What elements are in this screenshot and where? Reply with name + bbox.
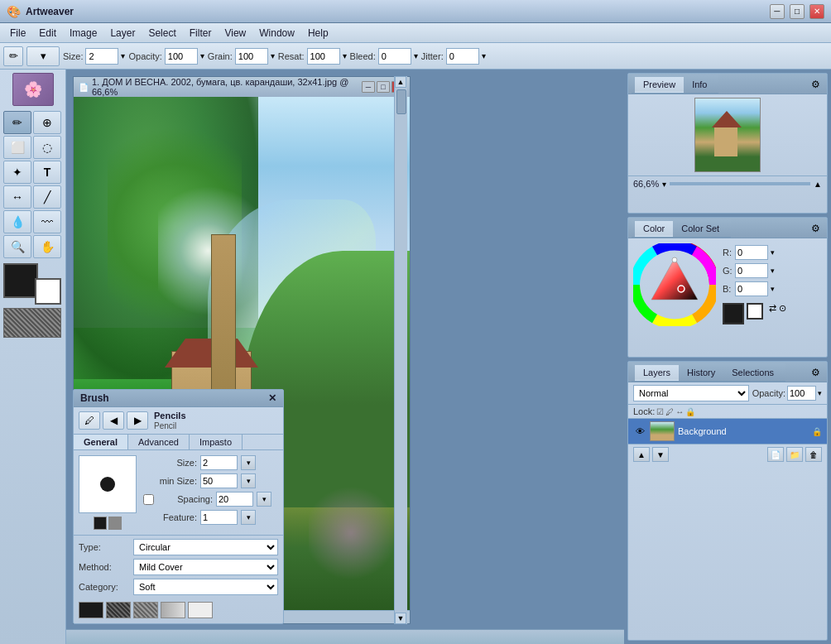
brush-tool-btn[interactable]: ✏ bbox=[3, 111, 31, 134]
rect-select-tool-btn[interactable]: ⬜ bbox=[3, 136, 31, 159]
brush-spacing-input[interactable] bbox=[216, 492, 253, 507]
color-wheel[interactable] bbox=[633, 243, 716, 326]
size-dropdown[interactable]: ▾ bbox=[121, 51, 125, 60]
menu-image[interactable]: Image bbox=[63, 26, 103, 41]
menu-view[interactable]: View bbox=[218, 26, 252, 41]
lock-paint-icon[interactable]: 🖊 bbox=[665, 407, 674, 416]
magic-wand-tool-btn[interactable]: ✦ bbox=[3, 161, 31, 184]
jitter-dropdown[interactable]: ▾ bbox=[482, 51, 486, 60]
tab-selections[interactable]: Selections bbox=[723, 365, 782, 381]
r-input[interactable] bbox=[735, 245, 768, 260]
dropper-tool-btn[interactable]: ⊕ bbox=[33, 111, 61, 134]
swatch-2[interactable] bbox=[106, 602, 131, 618]
zoom-up-btn[interactable]: ▲ bbox=[814, 180, 822, 189]
move-layer-down-btn[interactable]: ▼ bbox=[652, 447, 669, 462]
lock-move-icon[interactable]: ↔ bbox=[675, 407, 684, 416]
brush-icon-btn[interactable]: 🖊 bbox=[79, 411, 100, 430]
method-select[interactable]: Mild Cover Cover Buildup bbox=[133, 559, 278, 575]
minimize-button[interactable]: ─ bbox=[770, 4, 785, 19]
hand-tool-btn[interactable]: ✋ bbox=[33, 235, 61, 258]
category-select[interactable]: Soft Hard Texture bbox=[133, 579, 278, 595]
menu-help[interactable]: Help bbox=[301, 26, 335, 41]
opacity-input[interactable] bbox=[165, 48, 198, 65]
r-dropdown[interactable]: ▾ bbox=[771, 248, 775, 257]
menu-layer[interactable]: Layer bbox=[103, 26, 142, 41]
reset-colors-icon[interactable]: ⊙ bbox=[779, 303, 786, 324]
brush-swatch-dark[interactable] bbox=[94, 517, 107, 530]
move-layer-up-btn[interactable]: ▲ bbox=[633, 447, 650, 462]
swap-colors-icon[interactable]: ⇄ bbox=[769, 303, 776, 324]
background-color[interactable] bbox=[35, 278, 61, 305]
tab-general[interactable]: General bbox=[74, 435, 128, 449]
brush-feature-dropdown[interactable]: ▾ bbox=[241, 510, 256, 525]
layers-opacity-input[interactable] bbox=[787, 386, 816, 401]
zoom-tool-btn[interactable]: 🔍 bbox=[3, 235, 31, 258]
scrollbar-thumb-v[interactable] bbox=[396, 89, 406, 114]
brush-preset-dropdown[interactable]: ▾ bbox=[26, 46, 60, 66]
opacity-dropdown[interactable]: ▾ bbox=[200, 51, 204, 60]
lock-transparency-icon[interactable]: ☑ bbox=[656, 407, 664, 416]
menu-select[interactable]: Select bbox=[142, 26, 182, 41]
new-group-btn[interactable]: 📁 bbox=[786, 447, 803, 462]
grain-dropdown[interactable]: ▾ bbox=[271, 51, 275, 60]
lock-all-icon[interactable]: 🔒 bbox=[685, 407, 695, 416]
size-input[interactable] bbox=[85, 48, 118, 65]
move-tool-btn[interactable]: ↔ bbox=[3, 185, 31, 209]
doc-minimize-btn[interactable]: ─ bbox=[362, 81, 375, 93]
brush-feature-input[interactable] bbox=[200, 510, 238, 525]
brush-size-dropdown[interactable]: ▾ bbox=[241, 455, 256, 470]
bleed-input[interactable] bbox=[378, 48, 411, 65]
zoom-slider[interactable] bbox=[670, 182, 810, 185]
brush-panel-close-btn[interactable]: ✕ bbox=[268, 392, 276, 404]
doc-maximize-btn[interactable]: □ bbox=[377, 81, 390, 93]
brush-next-btn[interactable]: ▶ bbox=[127, 411, 148, 430]
resat-input[interactable] bbox=[307, 48, 340, 65]
tab-history[interactable]: History bbox=[679, 365, 723, 381]
foreground-color[interactable] bbox=[3, 263, 38, 298]
vertical-scrollbar[interactable]: ▲ ▼ bbox=[394, 76, 407, 624]
g-input[interactable] bbox=[735, 263, 768, 278]
brush-size-input[interactable] bbox=[200, 455, 238, 470]
line-tool-btn[interactable]: ╱ bbox=[33, 185, 61, 209]
tab-layers[interactable]: Layers bbox=[635, 365, 679, 381]
bg-color-box[interactable] bbox=[747, 303, 763, 320]
g-dropdown[interactable]: ▾ bbox=[771, 267, 775, 275]
resat-dropdown[interactable]: ▾ bbox=[343, 51, 347, 60]
color-settings-icon[interactable]: ⚙ bbox=[808, 223, 824, 234]
brush-spacing-dropdown[interactable]: ▾ bbox=[257, 492, 271, 507]
brush-tool-icon[interactable]: ✏ bbox=[3, 46, 23, 66]
jitter-input[interactable] bbox=[446, 48, 479, 65]
menu-file[interactable]: File bbox=[3, 26, 32, 41]
tab-color[interactable]: Color bbox=[635, 221, 673, 237]
smudge-tool-btn[interactable]: 〰 bbox=[33, 210, 61, 233]
tab-impasto[interactable]: Impasto bbox=[190, 435, 243, 449]
delete-layer-btn[interactable]: 🗑 bbox=[805, 447, 822, 462]
brush-swatch-mid[interactable] bbox=[108, 517, 122, 530]
menu-filter[interactable]: Filter bbox=[183, 26, 219, 41]
swatch-3[interactable] bbox=[133, 602, 158, 618]
swatch-4[interactable] bbox=[161, 602, 185, 618]
scroll-down-btn[interactable]: ▼ bbox=[395, 613, 406, 624]
menu-edit[interactable]: Edit bbox=[32, 26, 63, 41]
menu-window[interactable]: Window bbox=[252, 26, 301, 41]
spacing-checkbox[interactable] bbox=[143, 494, 154, 505]
swatch-5[interactable] bbox=[188, 602, 213, 618]
texture-selector[interactable] bbox=[3, 308, 61, 338]
brush-min-size-dropdown[interactable]: ▾ bbox=[241, 473, 256, 488]
close-button[interactable]: ✕ bbox=[809, 4, 824, 19]
blend-mode-select[interactable]: Normal Multiply Screen Overlay bbox=[633, 385, 749, 401]
color-selector[interactable] bbox=[3, 263, 61, 305]
preview-settings-icon[interactable]: ⚙ bbox=[808, 79, 824, 90]
fg-color-box[interactable] bbox=[723, 303, 744, 324]
scroll-up-btn[interactable]: ▲ bbox=[395, 76, 406, 88]
opacity-dropdown[interactable]: ▾ bbox=[818, 389, 822, 397]
grain-input[interactable] bbox=[235, 48, 268, 65]
lasso-tool-btn[interactable]: ◌ bbox=[33, 136, 61, 159]
bleed-dropdown[interactable]: ▾ bbox=[414, 51, 418, 60]
tab-preview[interactable]: Preview bbox=[635, 77, 684, 93]
tab-color-set[interactable]: Color Set bbox=[673, 221, 728, 237]
layers-settings-icon[interactable]: ⚙ bbox=[808, 367, 824, 378]
text-tool-btn[interactable]: T bbox=[33, 161, 61, 184]
swatch-1[interactable] bbox=[79, 602, 103, 618]
maximize-button[interactable]: □ bbox=[790, 4, 805, 19]
